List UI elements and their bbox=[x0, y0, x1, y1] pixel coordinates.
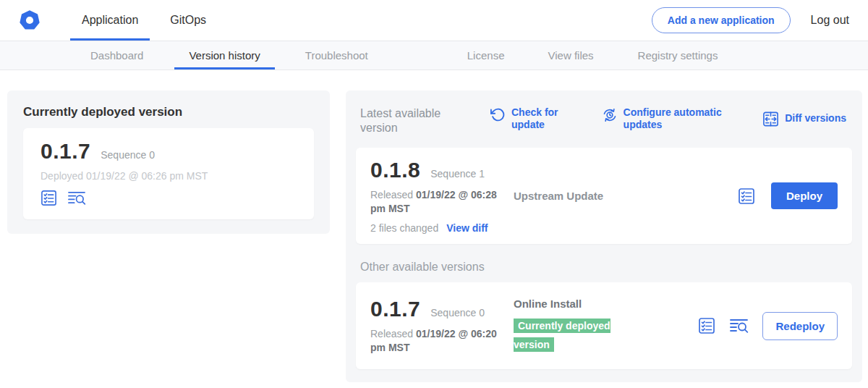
other-version-number: 0.1.7 bbox=[370, 297, 420, 321]
other-released-timestamp: Released 01/19/22 @ 06:20 pm MST bbox=[370, 327, 503, 355]
subnav-license[interactable]: License bbox=[453, 41, 519, 69]
logout-link[interactable]: Log out bbox=[811, 14, 849, 27]
other-version-source: Online Install bbox=[514, 298, 582, 310]
top-bar: Application GitOps Add a new application… bbox=[0, 0, 868, 41]
diff-icon bbox=[762, 111, 779, 127]
refresh-icon bbox=[490, 107, 506, 122]
current-version-card: 0.1.7 Sequence 0 Deployed 01/19/22 @ 06:… bbox=[23, 128, 314, 219]
currently-deployed-title: Currently deployed version bbox=[23, 105, 314, 119]
preflight-checks-icon[interactable] bbox=[698, 317, 715, 334]
latest-version-number: 0.1.8 bbox=[370, 158, 420, 182]
current-version-number: 0.1.7 bbox=[41, 139, 90, 164]
subnav-dashboard[interactable]: Dashboard bbox=[76, 41, 158, 69]
currently-deployed-badge: Currently deployed version bbox=[514, 319, 610, 352]
app-logo[interactable] bbox=[20, 0, 40, 41]
other-version-card: 0.1.7 Sequence 0 Released 01/19/22 @ 06:… bbox=[356, 282, 852, 369]
primary-tabs: Application GitOps bbox=[70, 0, 218, 41]
auto-update-clock-icon bbox=[602, 107, 618, 123]
app-subnav: Dashboard Version history Troubleshoot L… bbox=[0, 41, 868, 70]
view-logs-icon[interactable] bbox=[67, 190, 86, 206]
add-new-application-button[interactable]: Add a new application bbox=[652, 7, 791, 33]
check-for-update-link[interactable]: Check for update bbox=[490, 106, 563, 130]
other-versions-title: Other available versions bbox=[360, 261, 852, 274]
configure-automatic-updates-link[interactable]: Configure automatic updates bbox=[602, 106, 725, 130]
latest-available-title: Latest available version bbox=[360, 106, 456, 135]
subnav-registry-settings[interactable]: Registry settings bbox=[624, 41, 733, 69]
subnav-troubleshoot[interactable]: Troubleshoot bbox=[291, 41, 383, 69]
deploy-button[interactable]: Deploy bbox=[771, 182, 838, 209]
preflight-checks-icon[interactable] bbox=[738, 187, 755, 205]
deployed-timestamp: Deployed 01/19/22 @ 06:26 pm MST bbox=[41, 170, 297, 182]
tab-gitops[interactable]: GitOps bbox=[158, 0, 218, 41]
current-version-sequence: Sequence 0 bbox=[101, 149, 155, 161]
redeploy-button[interactable]: Redeploy bbox=[762, 312, 838, 340]
kots-logo-icon bbox=[20, 10, 40, 30]
latest-version-card: 0.1.8 Sequence 1 Released 01/19/22 @ 06:… bbox=[356, 148, 852, 244]
latest-version-source: Upstream Update bbox=[514, 190, 603, 202]
view-logs-icon[interactable] bbox=[729, 317, 749, 334]
tab-application[interactable]: Application bbox=[70, 0, 150, 41]
files-changed-text: 2 files changed bbox=[370, 222, 438, 234]
latest-available-panel: Latest available version Check for updat… bbox=[346, 90, 862, 382]
view-diff-link[interactable]: View diff bbox=[446, 222, 488, 234]
subnav-version-history[interactable]: Version history bbox=[174, 41, 274, 69]
diff-versions-link[interactable]: Diff versions bbox=[762, 106, 846, 130]
subnav-view-files[interactable]: View files bbox=[533, 41, 608, 69]
latest-released-timestamp: Released 01/19/22 @ 06:28 pm MST bbox=[370, 188, 503, 216]
currently-deployed-panel: Currently deployed version 0.1.7 Sequenc… bbox=[7, 90, 330, 234]
latest-version-sequence: Sequence 1 bbox=[430, 168, 485, 180]
other-version-sequence: Sequence 0 bbox=[430, 307, 485, 319]
preflight-checks-icon[interactable] bbox=[41, 190, 57, 206]
